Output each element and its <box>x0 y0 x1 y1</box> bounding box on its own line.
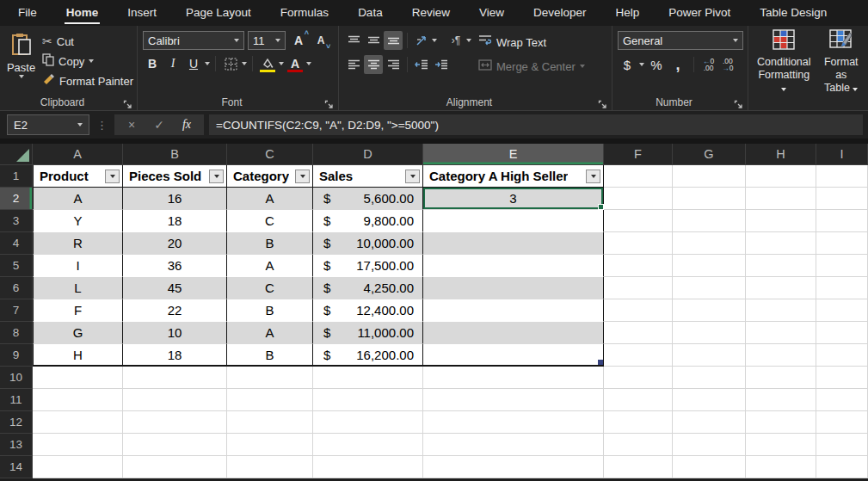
cell-H11[interactable] <box>746 389 816 411</box>
cell-C1[interactable]: Category <box>227 165 313 188</box>
cell-A10[interactable] <box>33 367 123 389</box>
cell-A14[interactable] <box>33 456 123 478</box>
cell-F5[interactable] <box>604 255 673 277</box>
cell-D11[interactable] <box>313 389 423 411</box>
cell-B12[interactable] <box>123 411 227 434</box>
formula-input[interactable]: =COUNTIFS(C2:C9, "A", D2:D9, ">=5000") <box>209 114 863 135</box>
cell-D14[interactable] <box>313 456 423 478</box>
cell-H4[interactable] <box>746 232 816 255</box>
cell-B8[interactable]: 10 <box>123 322 227 344</box>
cell-A8[interactable]: G <box>33 322 123 344</box>
cell-H2[interactable] <box>746 188 816 210</box>
cell-C3[interactable]: C <box>227 210 313 232</box>
format-as-table-button[interactable]: Format as Table <box>818 28 865 95</box>
top-align-button[interactable] <box>344 31 363 50</box>
cell-C11[interactable] <box>227 389 313 411</box>
copy-button[interactable]: Copy <box>42 52 133 70</box>
tab-table-design[interactable]: Table Design <box>745 0 841 26</box>
row-header-9[interactable]: 9 <box>0 344 33 367</box>
cell-F13[interactable] <box>604 434 673 456</box>
text-direction-button[interactable]: ›¶ <box>446 31 465 50</box>
cell-B1[interactable]: Pieces Sold <box>123 165 227 188</box>
row-header-1[interactable]: 1 <box>0 165 33 188</box>
cell-A12[interactable] <box>33 411 123 434</box>
cell-C5[interactable]: A <box>227 255 313 277</box>
cell-A6[interactable]: L <box>33 277 123 299</box>
cell-B9[interactable]: 18 <box>123 344 227 367</box>
column-header-A[interactable]: A <box>33 144 123 165</box>
cell-E3[interactable] <box>423 210 604 232</box>
cell-F11[interactable] <box>604 389 673 411</box>
filter-button-B[interactable] <box>209 170 224 183</box>
cell-I6[interactable] <box>816 277 868 299</box>
row-header-5[interactable]: 5 <box>0 255 33 277</box>
cell-E8[interactable] <box>423 322 604 344</box>
cell-D9[interactable]: $16,200.00 <box>313 344 423 367</box>
comma-style-button[interactable]: , <box>668 55 687 74</box>
cell-E9[interactable] <box>423 344 604 367</box>
cell-F2[interactable] <box>604 188 673 210</box>
fill-color-button[interactable] <box>258 54 277 73</box>
cell-D3[interactable]: $9,800.00 <box>313 210 423 232</box>
cell-G7[interactable] <box>673 299 746 322</box>
bold-button[interactable]: B <box>143 54 162 73</box>
row-header-12[interactable]: 12 <box>0 411 33 434</box>
cell-G14[interactable] <box>673 456 746 478</box>
insert-function-button[interactable]: fx <box>173 118 200 132</box>
clipboard-dialog-launcher[interactable] <box>123 97 133 108</box>
column-header-I[interactable]: I <box>816 144 868 165</box>
cell-I4[interactable] <box>816 232 868 255</box>
increase-decimal-button[interactable]: ←0.00 <box>700 56 717 73</box>
row-header-13[interactable]: 13 <box>0 434 33 456</box>
cell-A9[interactable]: H <box>33 344 123 367</box>
cell-D10[interactable] <box>313 367 423 389</box>
cell-A1[interactable]: Product <box>33 165 123 188</box>
cell-I14[interactable] <box>816 456 868 478</box>
cell-E5[interactable] <box>423 255 604 277</box>
tab-page-layout[interactable]: Page Layout <box>171 0 266 26</box>
cell-E4[interactable] <box>423 232 604 255</box>
cell-G9[interactable] <box>673 344 746 367</box>
cell-E13[interactable] <box>423 434 604 456</box>
cell-H5[interactable] <box>746 255 816 277</box>
orientation-button[interactable] <box>412 31 431 50</box>
cell-E6[interactable] <box>423 277 604 299</box>
decrease-indent-button[interactable] <box>412 55 431 74</box>
cell-E2[interactable]: 3 <box>423 188 604 210</box>
font-dialog-launcher[interactable] <box>324 97 335 108</box>
cell-C6[interactable]: C <box>227 277 313 299</box>
cell-B2[interactable]: 16 <box>123 188 227 210</box>
row-header-14[interactable]: 14 <box>0 456 33 478</box>
cell-B6[interactable]: 45 <box>123 277 227 299</box>
cell-A5[interactable]: I <box>33 255 123 277</box>
name-box[interactable]: E2 <box>7 114 89 135</box>
accounting-format-button[interactable]: $ <box>618 55 637 74</box>
cell-G12[interactable] <box>673 411 746 434</box>
cut-button[interactable]: ✂ Cut <box>42 33 133 50</box>
cell-D6[interactable]: $4,250.00 <box>313 277 423 299</box>
cell-F9[interactable] <box>604 344 673 367</box>
select-all-button[interactable] <box>0 144 33 165</box>
number-dialog-launcher[interactable] <box>734 97 744 108</box>
italic-button[interactable]: I <box>163 54 182 73</box>
grow-font-button[interactable]: A˄ <box>289 31 308 50</box>
cancel-button[interactable]: × <box>118 118 145 132</box>
percent-style-button[interactable]: % <box>647 55 666 74</box>
cell-H9[interactable] <box>746 344 816 367</box>
column-header-D[interactable]: D <box>313 144 423 165</box>
cell-A4[interactable]: R <box>33 232 123 255</box>
cell-C13[interactable] <box>227 434 313 456</box>
row-header-3[interactable]: 3 <box>0 210 33 232</box>
cell-B7[interactable]: 22 <box>123 299 227 322</box>
column-header-F[interactable]: F <box>604 144 673 165</box>
column-header-C[interactable]: C <box>227 144 313 165</box>
format-painter-button[interactable]: Format Painter <box>42 72 133 89</box>
increase-indent-button[interactable] <box>432 55 451 74</box>
cell-E12[interactable] <box>423 411 604 434</box>
column-header-H[interactable]: H <box>746 144 816 165</box>
cell-G2[interactable] <box>673 188 746 210</box>
filter-button-D[interactable] <box>405 170 420 183</box>
cell-C10[interactable] <box>227 367 313 389</box>
align-right-button[interactable] <box>384 55 403 74</box>
row-header-4[interactable]: 4 <box>0 232 33 255</box>
